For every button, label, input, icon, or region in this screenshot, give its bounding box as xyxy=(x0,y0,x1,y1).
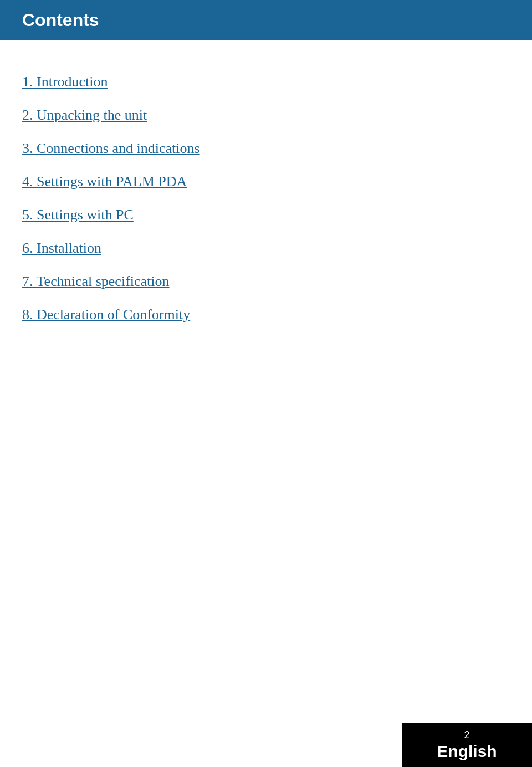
page-number: 2 xyxy=(464,729,469,741)
toc-link[interactable]: 1. Introduction xyxy=(22,74,108,90)
header-bar: Contents xyxy=(0,0,532,40)
list-item: 5. Settings with PC xyxy=(22,207,510,223)
list-item: 1. Introduction xyxy=(22,74,510,90)
toc-link[interactable]: 7. Technical specification xyxy=(22,273,170,289)
toc-link[interactable]: 5. Settings with PC xyxy=(22,207,134,223)
toc-link[interactable]: 3. Connections and indications xyxy=(22,140,200,156)
toc-link[interactable]: 6. Installation xyxy=(22,240,101,256)
language-label: English xyxy=(437,742,497,761)
toc-link[interactable]: 4. Settings with PALM PDA xyxy=(22,173,187,190)
list-item: 3. Connections and indications xyxy=(22,140,510,157)
list-item: 6. Installation xyxy=(22,240,510,257)
list-item: 4. Settings with PALM PDA xyxy=(22,173,510,190)
list-item: 2. Unpacking the unit xyxy=(22,107,510,124)
page-title: Contents xyxy=(22,10,510,30)
list-item: 7. Technical specification xyxy=(22,273,510,290)
toc-link[interactable]: 8. Declaration of Conformity xyxy=(22,306,190,323)
footer: 2 English xyxy=(402,723,532,767)
table-of-contents: 1. Introduction2. Unpacking the unit3. C… xyxy=(0,74,532,323)
list-item: 8. Declaration of Conformity xyxy=(22,306,510,323)
toc-link[interactable]: 2. Unpacking the unit xyxy=(22,107,147,123)
